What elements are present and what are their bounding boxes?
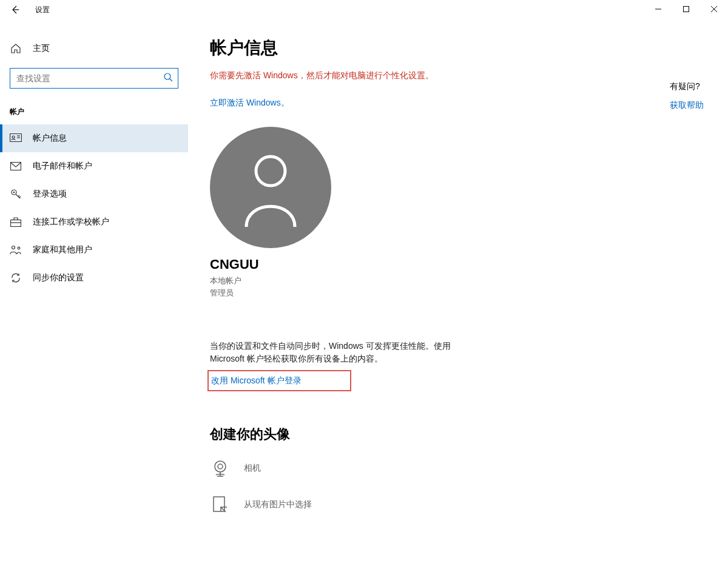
camera-label: 相机 [244, 463, 261, 474]
svg-point-15 [12, 246, 15, 249]
search-input[interactable] [16, 73, 163, 83]
svg-point-4 [164, 73, 170, 79]
home-nav[interactable]: 主页 [0, 38, 188, 59]
key-icon [10, 188, 22, 200]
ms-account-login-link[interactable]: 改用 Microsoft 帐户登录 [211, 376, 302, 385]
titlebar: 设置 [0, 0, 728, 19]
svg-point-12 [13, 192, 15, 194]
sidebar-item-email[interactable]: 电子邮件和帐户 [0, 152, 188, 180]
window-title: 设置 [35, 5, 50, 15]
get-help-link[interactable]: 获取帮助 [670, 100, 704, 110]
back-arrow-icon [10, 5, 20, 15]
home-icon [10, 42, 22, 55]
ms-login-highlight: 改用 Microsoft 帐户登录 [207, 370, 351, 391]
help-panel: 有疑问? 获取帮助 [670, 81, 704, 111]
sidebar-item-label: 同步你的设置 [33, 272, 84, 283]
help-title: 有疑问? [670, 81, 704, 92]
main-content: 帐户信息 你需要先激活 Windows，然后才能对电脑进行个性化设置。 立即激活… [188, 19, 728, 566]
family-icon [10, 244, 22, 256]
avatar-section-title: 创建你的头像 [210, 425, 706, 443]
sync-icon [10, 272, 22, 284]
sync-description: 当你的设置和文件自动同步时，Windows 可发挥更佳性能。使用 Microso… [210, 340, 465, 365]
sidebar-section-heading: 帐户 [0, 103, 188, 124]
activation-warning: 你需要先激活 Windows，然后才能对电脑进行个性化设置。 [210, 70, 706, 81]
svg-point-18 [215, 461, 226, 472]
svg-point-7 [12, 136, 15, 138]
sidebar-item-label: 电子邮件和帐户 [33, 161, 92, 172]
sidebar-item-account-info[interactable]: 帐户信息 [0, 124, 188, 152]
account-role: 管理员 [210, 287, 706, 299]
close-button[interactable] [700, 0, 728, 18]
page-title: 帐户信息 [210, 36, 706, 59]
search-box[interactable] [10, 68, 178, 89]
close-icon [711, 6, 717, 12]
search-icon [163, 72, 173, 84]
back-button[interactable] [6, 1, 24, 19]
home-label: 主页 [33, 43, 50, 54]
account-info-icon [10, 132, 22, 144]
sidebar-item-family[interactable]: 家庭和其他用户 [0, 236, 188, 264]
email-icon [10, 160, 22, 172]
browse-icon [210, 494, 231, 515]
svg-line-5 [170, 79, 172, 81]
sidebar-item-work-school[interactable]: 连接工作或学校帐户 [0, 208, 188, 236]
browse-label: 从现有图片中选择 [244, 499, 312, 510]
sidebar-item-signin-options[interactable]: 登录选项 [0, 180, 188, 208]
sidebar-item-label: 连接工作或学校帐户 [33, 217, 109, 227]
camera-option[interactable]: 相机 [210, 458, 706, 479]
account-type: 本地帐户 [210, 275, 706, 287]
sidebar-item-label: 登录选项 [33, 189, 67, 200]
svg-point-19 [218, 464, 223, 469]
person-icon [237, 148, 304, 227]
svg-rect-1 [684, 7, 689, 12]
minimize-button[interactable] [644, 0, 672, 18]
window-controls [644, 0, 728, 18]
briefcase-icon [10, 216, 22, 228]
minimize-icon [655, 6, 661, 12]
camera-icon [210, 458, 231, 479]
svg-point-16 [18, 247, 20, 249]
sidebar-item-label: 家庭和其他用户 [33, 244, 92, 255]
activate-windows-link[interactable]: 立即激活 Windows。 [210, 98, 289, 109]
maximize-icon [683, 6, 689, 12]
sidebar-item-sync[interactable]: 同步你的设置 [0, 264, 188, 292]
sidebar-item-label: 帐户信息 [33, 133, 67, 144]
sidebar: 主页 帐户 帐户信息 电子邮件和帐户 登录选项 [0, 19, 188, 566]
user-avatar [210, 127, 331, 248]
svg-point-17 [256, 157, 285, 186]
maximize-button[interactable] [672, 0, 700, 18]
svg-rect-13 [11, 220, 21, 227]
browse-option[interactable]: 从现有图片中选择 [210, 494, 706, 515]
username: CNGUU [210, 257, 706, 272]
